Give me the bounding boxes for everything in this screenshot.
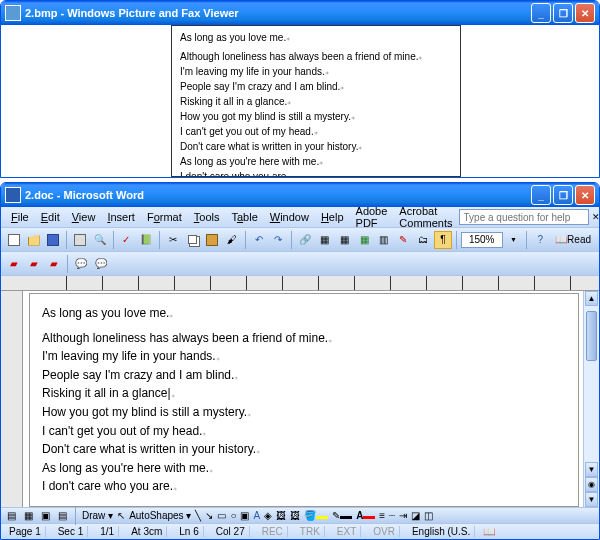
doc-line[interactable]: I'm leaving my life in your hands. — [42, 347, 566, 366]
line-tool[interactable]: ╲ — [195, 510, 201, 521]
wordart-button[interactable]: A — [253, 510, 260, 521]
doc-line[interactable]: How you got my blind is still a mystery. — [42, 403, 566, 422]
menu-file[interactable]: FFileile — [5, 211, 35, 223]
print-preview-button[interactable]: 🔍 — [91, 231, 109, 249]
drawing-button[interactable]: ✎ — [395, 231, 413, 249]
vertical-scrollbar[interactable]: ▲ ▼ ◉ ▼ — [583, 291, 599, 507]
viewer-close-button[interactable]: ✕ — [575, 3, 595, 23]
menu-insert[interactable]: Insert — [101, 211, 141, 223]
insert-table-button[interactable]: ▦ — [335, 231, 353, 249]
scroll-down-button[interactable]: ▼ — [585, 462, 598, 477]
next-page-button[interactable]: ▼ — [585, 492, 598, 507]
word-close-button[interactable]: ✕ — [575, 185, 595, 205]
scroll-thumb[interactable] — [586, 311, 597, 361]
vertical-ruler[interactable] — [1, 291, 23, 507]
read-button[interactable]: 📖 Read — [551, 231, 595, 249]
save-button[interactable] — [44, 231, 62, 249]
viewer-maximize-button[interactable]: ❐ — [553, 3, 573, 23]
menu-tools[interactable]: Tools — [188, 211, 226, 223]
pdf-email-button[interactable]: ▰ — [25, 255, 43, 273]
autoshapes-menu[interactable]: AutoShapes ▾ — [129, 510, 191, 521]
zoom-dropdown[interactable]: ▼ — [505, 231, 523, 249]
clipart-button[interactable]: 🖼 — [276, 510, 286, 521]
excel-button[interactable]: ▦ — [355, 231, 373, 249]
fill-color-button[interactable]: 🪣 — [304, 510, 328, 521]
acrobat-markup-button[interactable]: 💬 — [92, 255, 110, 273]
scroll-up-button[interactable]: ▲ — [585, 291, 598, 306]
document-page[interactable]: As long as you love me. Although lonelin… — [29, 293, 579, 507]
3d-button[interactable]: ◫ — [424, 510, 433, 521]
doc-line[interactable]: As long as you love me. — [42, 304, 566, 323]
doc-line[interactable]: As long as you're here with me. — [42, 459, 566, 478]
status-ext[interactable]: EXT — [333, 526, 361, 537]
print-button[interactable] — [71, 231, 89, 249]
menu-acrobat-comments[interactable]: Acrobat Comments — [393, 205, 458, 229]
doc-line[interactable]: I can't get you out of my head. — [42, 422, 566, 441]
oval-tool[interactable]: ○ — [230, 510, 236, 521]
redo-button[interactable]: ↷ — [269, 231, 287, 249]
arrow-style-button[interactable]: ⇥ — [399, 510, 407, 521]
doc-line[interactable]: I don't care who you are. — [42, 477, 566, 496]
doc-close-button[interactable]: ✕ — [589, 212, 600, 222]
draw-menu[interactable]: Draw ▾ — [82, 510, 113, 521]
diagram-button[interactable]: ◈ — [264, 510, 272, 521]
format-painter-button[interactable]: 🖌 — [223, 231, 241, 249]
menu-adobe-pdf[interactable]: Adobe PDF — [350, 205, 394, 229]
shadow-button[interactable]: ◪ — [411, 510, 420, 521]
menu-window[interactable]: Window — [264, 211, 315, 223]
menu-table[interactable]: Table — [225, 211, 263, 223]
viewer-minimize-button[interactable]: _ — [531, 3, 551, 23]
doc-line[interactable]: Risking it all in a glance| — [42, 384, 566, 403]
status-language[interactable]: English (U.S. — [408, 526, 475, 537]
menu-edit[interactable]: Edit — [35, 211, 66, 223]
research-button[interactable]: 📗 — [137, 231, 155, 249]
tables-borders-button[interactable]: ▦ — [316, 231, 334, 249]
view-normal-button[interactable]: ▤ — [5, 510, 18, 521]
doc-line[interactable]: Don't care what is written in your histo… — [42, 440, 566, 459]
status-ovr[interactable]: OVR — [369, 526, 400, 537]
arrow-tool[interactable]: ↘ — [205, 510, 213, 521]
line-style-button[interactable]: ≡ — [379, 510, 385, 521]
acrobat-comment-button[interactable]: 💬 — [72, 255, 90, 273]
menu-format[interactable]: Format — [141, 211, 188, 223]
undo-button[interactable]: ↶ — [250, 231, 268, 249]
help-button[interactable]: ? — [531, 231, 549, 249]
status-spellcheck-icon[interactable]: 📖 — [483, 526, 495, 537]
rectangle-tool[interactable]: ▭ — [217, 510, 226, 521]
zoom-input[interactable] — [461, 232, 503, 248]
copy-button[interactable] — [184, 231, 202, 249]
view-print-button[interactable]: ▣ — [39, 510, 52, 521]
line-color-button[interactable]: ✎ — [332, 510, 352, 521]
prev-page-button[interactable]: ◉ — [585, 477, 598, 492]
spellcheck-button[interactable]: ✓ — [117, 231, 135, 249]
columns-button[interactable]: ▥ — [375, 231, 393, 249]
word-minimize-button[interactable]: _ — [531, 185, 551, 205]
picture-button[interactable]: 🖼 — [290, 510, 300, 521]
cut-button[interactable]: ✂ — [164, 231, 182, 249]
font-color-button[interactable]: A — [356, 510, 375, 521]
menu-help[interactable]: Help — [315, 211, 350, 223]
word-restore-button[interactable]: ❐ — [553, 185, 573, 205]
show-marks-button[interactable]: ¶ — [434, 231, 452, 249]
view-web-button[interactable]: ▦ — [22, 510, 35, 521]
pdf-review-button[interactable]: ▰ — [45, 255, 63, 273]
dash-style-button[interactable]: ┈ — [389, 510, 395, 521]
status-trk[interactable]: TRK — [296, 526, 325, 537]
paste-button[interactable] — [203, 231, 221, 249]
select-objects-button[interactable]: ↖ — [117, 510, 125, 521]
viewer-titlebar[interactable]: 2.bmp - Windows Picture and Fax Viewer _… — [1, 1, 599, 25]
doc-map-button[interactable]: 🗂 — [414, 231, 432, 249]
status-rec[interactable]: REC — [258, 526, 288, 537]
view-outline-button[interactable]: ▤ — [56, 510, 69, 521]
menu-view[interactable]: View — [66, 211, 102, 223]
hyperlink-button[interactable]: 🔗 — [296, 231, 314, 249]
help-search-input[interactable] — [459, 209, 589, 225]
horizontal-ruler[interactable] — [1, 275, 599, 291]
word-titlebar[interactable]: 2.doc - Microsoft Word _ ❐ ✕ — [1, 183, 599, 207]
new-button[interactable] — [5, 231, 23, 249]
open-button[interactable] — [25, 231, 43, 249]
doc-line[interactable]: Although loneliness has always been a fr… — [42, 329, 566, 348]
doc-line[interactable]: People say I'm crazy and I am blind. — [42, 366, 566, 385]
pdf-create-button[interactable]: ▰ — [5, 255, 23, 273]
textbox-tool[interactable]: ▣ — [240, 510, 249, 521]
